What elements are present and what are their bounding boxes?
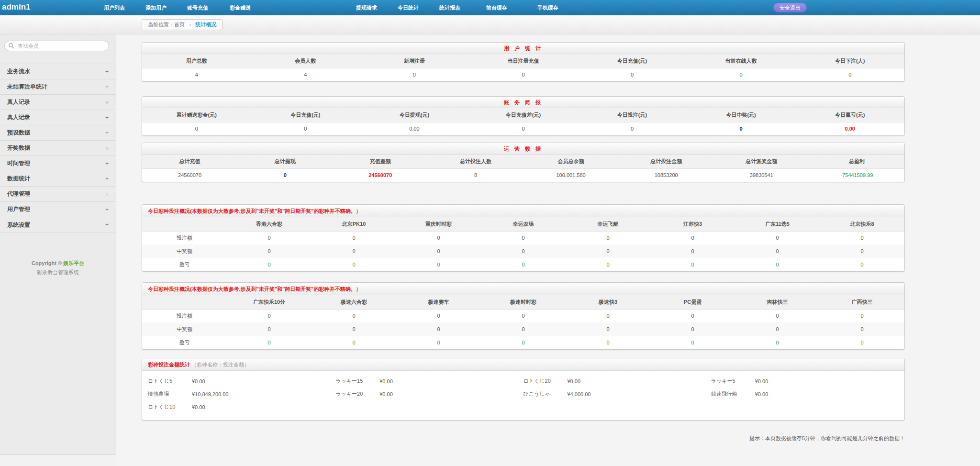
nav-front-cache[interactable]: 前台缓存 <box>486 4 507 11</box>
table-cell: 39830541 <box>714 168 809 182</box>
table-cell: 0 <box>142 122 251 135</box>
sidebar-item-label: 用户管理 <box>7 205 30 213</box>
table-cell: 0 <box>650 258 735 271</box>
plus-icon: + <box>105 222 109 228</box>
table-cell: 今日赢亏(元) <box>795 108 904 122</box>
sidebar-item-live-records-2[interactable]: 真人记录+ <box>0 110 116 125</box>
empty-header-cell <box>142 295 227 309</box>
table-cell: 今日投注(元) <box>578 108 687 122</box>
plus-icon: + <box>105 114 109 121</box>
lottery-name: ラッキー15 <box>335 377 379 385</box>
sidebar-item-user-management[interactable]: 用户管理+ <box>0 202 116 217</box>
table-cell: 今日充值差(元) <box>469 108 578 122</box>
table-cell: 极速快3 <box>566 295 650 309</box>
nav-add-user[interactable]: 添加用户 <box>145 4 167 11</box>
finance-brief-table: 累计赠送彩金(元)今日充值(元)今日提现(元)今日充值差(元)今日投注(元)今日… <box>142 108 904 135</box>
sidebar-item-preset-data[interactable]: 预设数据+ <box>0 125 116 141</box>
nav-bonus-gift[interactable]: 彩金赠送 <box>230 4 251 11</box>
sidebar: 业务流水+ 未结算注单统计+ 真人记录+ 真人记录+ 预设数据+ 开奖数据+ 时… <box>0 34 116 455</box>
lottery-name: ロトくじ10 <box>148 403 192 411</box>
sidebar-item-unsettled-bets[interactable]: 未结算注单统计+ <box>0 79 116 95</box>
table-cell: 总计充值 <box>142 155 237 168</box>
table-cell: 0 <box>820 231 904 244</box>
table-cell: 今日中奖(元) <box>687 108 796 122</box>
table-row: 盈亏00000000 <box>142 336 904 349</box>
table-cell: 0.00 <box>360 122 469 135</box>
nav-today-stats[interactable]: 今日统计 <box>398 4 419 11</box>
table-cell: 北京快乐8 <box>820 217 904 231</box>
nav-stats-report[interactable]: 统计报表 <box>439 4 460 11</box>
title-red-text: 今日彩种投注概况(本数据仅为大致参考,涉及到"未开奖"和"跨日期开奖"的彩种并不… <box>148 208 356 214</box>
table-cell: 0 <box>650 244 735 258</box>
lottery-amount: ¥0.00 <box>192 378 205 384</box>
table-cell: 0 <box>650 322 735 336</box>
table-cell: 4 <box>251 68 360 81</box>
table-cell: 总计投注金额 <box>619 155 714 168</box>
table-cell: 0 <box>566 231 650 244</box>
plus-icon: + <box>105 84 109 90</box>
table-cell: 0 <box>237 168 333 182</box>
row-label: 盈亏 <box>142 336 227 349</box>
table-cell: 0 <box>251 122 360 135</box>
sidebar-item-label: 预设数据 <box>7 129 30 137</box>
sidebar-item-business-flow[interactable]: 业务流水+ <box>0 64 116 79</box>
list-item: ラッキー5¥0.00 <box>711 377 899 386</box>
sidebar-item-draw-data[interactable]: 开奖数据+ <box>0 141 116 156</box>
nav-mobile-cache[interactable]: 手机缓存 <box>537 4 558 11</box>
platform-brand-link[interactable]: 娱乐平台 <box>63 260 84 266</box>
table-cell: PC蛋蛋 <box>650 295 735 309</box>
table-cell: 24560070 <box>333 168 428 182</box>
table-cell: 广东11选5 <box>735 217 820 231</box>
table-cell: 0 <box>481 258 566 271</box>
table-cell: 当前在线人数 <box>687 54 796 68</box>
table-cell: 总盈利 <box>809 155 904 168</box>
lottery-amount: ¥0.00 <box>568 378 581 384</box>
sidebar-item-label: 未结算注单统计 <box>7 83 47 91</box>
row-label: 投注额 <box>142 309 227 322</box>
table-cell: 24560070 <box>142 168 237 182</box>
table-cell: 0 <box>481 336 566 349</box>
sidebar-item-time-management[interactable]: 时间管理+ <box>0 156 116 171</box>
table-cell: 0 <box>566 309 650 322</box>
sidebar-item-agent-management[interactable]: 代理管理+ <box>0 187 116 202</box>
plus-icon: + <box>105 160 109 167</box>
sidebar-item-label: 代理管理 <box>7 190 30 198</box>
sidebar-item-live-records-1[interactable]: 真人记录+ <box>0 95 116 110</box>
table-cell: 0 <box>735 322 820 336</box>
table-cell: 0 <box>687 68 796 81</box>
title-red-text: 彩种投注金额统计 <box>148 362 190 367</box>
list-item: 競速飛行船¥0.00 <box>711 389 899 399</box>
safe-logout-button[interactable]: 安全退出 <box>773 3 807 12</box>
table-cell: 0 <box>650 231 735 244</box>
member-search-input[interactable] <box>4 41 109 51</box>
table-cell: 极速时时彩 <box>481 295 566 309</box>
today-bets-table-2: 广东快乐10分极速六合彩极速赛车极速时时彩极速快3PC蛋蛋吉林快三广西快三 投注… <box>142 295 904 349</box>
table-cell: 新增注册 <box>360 54 469 68</box>
sidebar-item-system-settings[interactable]: 系统设置+ <box>0 217 116 233</box>
bet-amount-title: 彩种投注金额统计 （彩种名称：投注金额） <box>142 358 904 371</box>
row-label: 盈亏 <box>142 258 227 271</box>
list-item: ひこうしゃ¥4,000.00 <box>523 389 711 399</box>
table-cell: 江苏快3 <box>650 217 735 231</box>
table-cell: 0 <box>227 244 312 258</box>
today-bets-panel-1: 今日彩种投注概况(本数据仅为大致参考,涉及到"未开奖"和"跨日期开奖"的彩种并不… <box>142 204 905 272</box>
nav-withdraw-requests[interactable]: 提现请求 <box>356 4 377 11</box>
table-cell: 0 <box>650 309 735 322</box>
row-label: 中奖额 <box>142 322 227 336</box>
plus-icon: + <box>105 206 109 213</box>
table-cell: 极速赛车 <box>396 295 481 309</box>
sidebar-item-data-stats[interactable]: 数据统计+ <box>0 171 116 187</box>
breadcrumb-current-page[interactable]: 统计概况 <box>195 21 216 28</box>
table-cell: 0.00 <box>795 122 904 135</box>
title-green-text: ） <box>356 286 361 292</box>
table-cell: 0 <box>735 244 820 258</box>
table-cell: 0 <box>396 336 481 349</box>
table-row: 中奖额00000000 <box>142 244 904 258</box>
table-cell: 0 <box>312 244 396 258</box>
nav-user-list[interactable]: 用户列表 <box>104 4 125 11</box>
row-label: 投注额 <box>142 231 227 244</box>
table-cell: 8 <box>428 168 523 182</box>
user-stats-table: 用户总数会员人数新增注册当日注册充值今日充值(元)当前在线人数今日下注(人) 4… <box>142 54 904 81</box>
nav-account-recharge[interactable]: 账号充值 <box>187 4 208 11</box>
lottery-name: 情熱農場 <box>148 390 192 398</box>
